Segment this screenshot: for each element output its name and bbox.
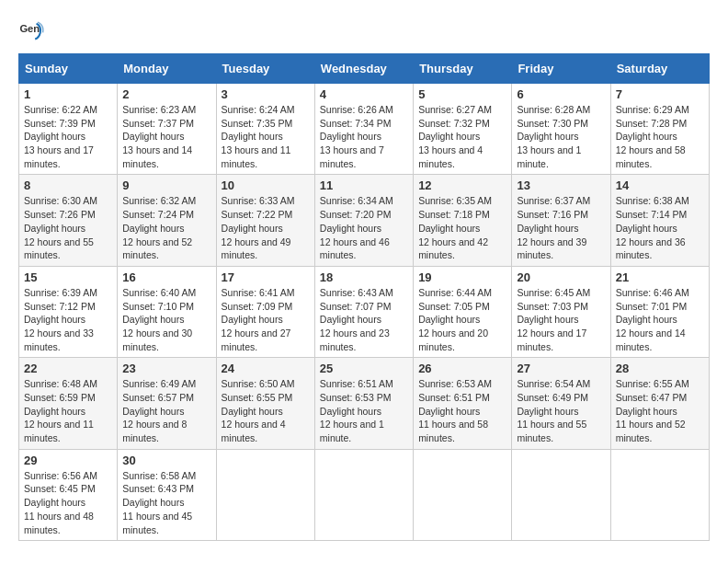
calendar-cell: 20 Sunrise: 6:45 AM Sunset: 7:03 PM Dayl… — [512, 266, 610, 357]
calendar-cell: 3 Sunrise: 6:24 AM Sunset: 7:35 PM Dayli… — [216, 84, 314, 175]
calendar-cell: 11 Sunrise: 6:34 AM Sunset: 7:20 PM Dayl… — [314, 175, 413, 266]
calendar-cell: 28 Sunrise: 6:55 AM Sunset: 6:47 PM Dayl… — [610, 358, 709, 449]
column-header-tuesday: Tuesday — [216, 54, 314, 84]
calendar-cell: 4 Sunrise: 6:26 AM Sunset: 7:34 PM Dayli… — [314, 84, 413, 175]
logo: Gen — [18, 18, 48, 44]
calendar-week-3: 15 Sunrise: 6:39 AM Sunset: 7:12 PM Dayl… — [19, 266, 710, 357]
day-number: 28 — [616, 362, 704, 375]
day-number: 25 — [320, 362, 408, 375]
day-info: Sunrise: 6:33 AM Sunset: 7:22 PM Dayligh… — [222, 194, 310, 261]
day-info: Sunrise: 6:22 AM Sunset: 7:39 PM Dayligh… — [24, 103, 112, 170]
day-info: Sunrise: 6:30 AM Sunset: 7:26 PM Dayligh… — [24, 194, 112, 261]
day-number: 16 — [122, 270, 210, 284]
day-info: Sunrise: 6:46 AM Sunset: 7:01 PM Dayligh… — [616, 286, 704, 353]
calendar-cell: 27 Sunrise: 6:54 AM Sunset: 6:49 PM Dayl… — [512, 358, 610, 449]
day-info: Sunrise: 6:54 AM Sunset: 6:49 PM Dayligh… — [517, 377, 605, 444]
day-info: Sunrise: 6:50 AM Sunset: 6:55 PM Dayligh… — [222, 377, 310, 444]
day-number: 20 — [517, 270, 605, 284]
day-number: 15 — [24, 270, 112, 284]
day-info: Sunrise: 6:43 AM Sunset: 7:07 PM Dayligh… — [320, 286, 408, 353]
day-number: 8 — [24, 178, 112, 192]
day-info: Sunrise: 6:24 AM Sunset: 7:35 PM Dayligh… — [222, 103, 310, 170]
day-number: 11 — [320, 178, 408, 192]
day-info: Sunrise: 6:35 AM Sunset: 7:18 PM Dayligh… — [418, 194, 506, 261]
day-info: Sunrise: 6:44 AM Sunset: 7:05 PM Dayligh… — [418, 286, 506, 353]
calendar-cell: 25 Sunrise: 6:51 AM Sunset: 6:53 PM Dayl… — [314, 358, 413, 449]
logo-icon: Gen — [18, 18, 44, 44]
day-info: Sunrise: 6:40 AM Sunset: 7:10 PM Dayligh… — [122, 286, 210, 353]
calendar-cell: 16 Sunrise: 6:40 AM Sunset: 7:10 PM Dayl… — [118, 266, 216, 357]
calendar-cell: 8 Sunrise: 6:30 AM Sunset: 7:26 PM Dayli… — [19, 175, 118, 266]
column-header-wednesday: Wednesday — [314, 54, 413, 84]
column-header-saturday: Saturday — [610, 54, 709, 84]
calendar-cell: 21 Sunrise: 6:46 AM Sunset: 7:01 PM Dayl… — [610, 266, 709, 357]
day-number: 3 — [222, 87, 310, 101]
calendar-week-5: 29 Sunrise: 6:56 AM Sunset: 6:45 PM Dayl… — [19, 449, 710, 540]
day-info: Sunrise: 6:51 AM Sunset: 6:53 PM Dayligh… — [320, 377, 408, 444]
day-info: Sunrise: 6:48 AM Sunset: 6:59 PM Dayligh… — [24, 377, 112, 444]
column-header-monday: Monday — [118, 54, 216, 84]
calendar-week-1: 1 Sunrise: 6:22 AM Sunset: 7:39 PM Dayli… — [19, 84, 710, 175]
calendar-cell: 29 Sunrise: 6:56 AM Sunset: 6:45 PM Dayl… — [19, 449, 118, 540]
calendar-cell: 12 Sunrise: 6:35 AM Sunset: 7:18 PM Dayl… — [414, 175, 512, 266]
calendar-cell: 10 Sunrise: 6:33 AM Sunset: 7:22 PM Dayl… — [216, 175, 314, 266]
day-number: 22 — [24, 362, 112, 375]
day-number: 7 — [616, 87, 704, 101]
calendar-cell: 19 Sunrise: 6:44 AM Sunset: 7:05 PM Dayl… — [414, 266, 512, 357]
day-number: 5 — [418, 87, 506, 101]
day-number: 13 — [517, 178, 605, 192]
day-number: 24 — [222, 362, 310, 375]
day-info: Sunrise: 6:58 AM Sunset: 6:43 PM Dayligh… — [122, 469, 210, 536]
day-number: 18 — [320, 270, 408, 284]
day-number: 26 — [418, 362, 506, 375]
calendar-cell: 17 Sunrise: 6:41 AM Sunset: 7:09 PM Dayl… — [216, 266, 314, 357]
day-info: Sunrise: 6:49 AM Sunset: 6:57 PM Dayligh… — [122, 377, 210, 444]
day-number: 23 — [122, 362, 210, 375]
calendar-cell: 26 Sunrise: 6:53 AM Sunset: 6:51 PM Dayl… — [414, 358, 512, 449]
day-info: Sunrise: 6:41 AM Sunset: 7:09 PM Dayligh… — [222, 286, 310, 353]
calendar-cell: 23 Sunrise: 6:49 AM Sunset: 6:57 PM Dayl… — [118, 358, 216, 449]
day-number: 12 — [418, 178, 506, 192]
day-number: 30 — [122, 454, 210, 467]
day-number: 17 — [222, 270, 310, 284]
day-number: 14 — [616, 178, 704, 192]
page-header: Gen — [18, 18, 710, 44]
calendar-cell — [314, 449, 413, 540]
day-number: 2 — [122, 87, 210, 101]
day-info: Sunrise: 6:34 AM Sunset: 7:20 PM Dayligh… — [320, 194, 408, 261]
day-info: Sunrise: 6:32 AM Sunset: 7:24 PM Dayligh… — [122, 194, 210, 261]
calendar-cell — [414, 449, 512, 540]
calendar-week-4: 22 Sunrise: 6:48 AM Sunset: 6:59 PM Dayl… — [19, 358, 710, 449]
day-info: Sunrise: 6:28 AM Sunset: 7:30 PM Dayligh… — [517, 103, 605, 170]
calendar-week-2: 8 Sunrise: 6:30 AM Sunset: 7:26 PM Dayli… — [19, 175, 710, 266]
calendar-cell: 24 Sunrise: 6:50 AM Sunset: 6:55 PM Dayl… — [216, 358, 314, 449]
column-header-friday: Friday — [512, 54, 610, 84]
day-number: 29 — [24, 454, 112, 467]
day-info: Sunrise: 6:23 AM Sunset: 7:37 PM Dayligh… — [122, 103, 210, 170]
calendar-cell: 15 Sunrise: 6:39 AM Sunset: 7:12 PM Dayl… — [19, 266, 118, 357]
day-info: Sunrise: 6:27 AM Sunset: 7:32 PM Dayligh… — [418, 103, 506, 170]
day-number: 19 — [418, 270, 506, 284]
calendar-cell: 2 Sunrise: 6:23 AM Sunset: 7:37 PM Dayli… — [118, 84, 216, 175]
day-info: Sunrise: 6:29 AM Sunset: 7:28 PM Dayligh… — [616, 103, 704, 170]
calendar-cell — [512, 449, 610, 540]
calendar-cell: 7 Sunrise: 6:29 AM Sunset: 7:28 PM Dayli… — [610, 84, 709, 175]
calendar-cell: 9 Sunrise: 6:32 AM Sunset: 7:24 PM Dayli… — [118, 175, 216, 266]
day-number: 6 — [517, 87, 605, 101]
calendar-cell — [216, 449, 314, 540]
calendar-cell: 1 Sunrise: 6:22 AM Sunset: 7:39 PM Dayli… — [19, 84, 118, 175]
day-info: Sunrise: 6:39 AM Sunset: 7:12 PM Dayligh… — [24, 286, 112, 353]
day-info: Sunrise: 6:38 AM Sunset: 7:14 PM Dayligh… — [616, 194, 704, 261]
calendar-cell: 6 Sunrise: 6:28 AM Sunset: 7:30 PM Dayli… — [512, 84, 610, 175]
calendar-cell: 14 Sunrise: 6:38 AM Sunset: 7:14 PM Dayl… — [610, 175, 709, 266]
calendar-cell: 22 Sunrise: 6:48 AM Sunset: 6:59 PM Dayl… — [19, 358, 118, 449]
day-info: Sunrise: 6:45 AM Sunset: 7:03 PM Dayligh… — [517, 286, 605, 353]
calendar-cell: 30 Sunrise: 6:58 AM Sunset: 6:43 PM Dayl… — [118, 449, 216, 540]
day-info: Sunrise: 6:53 AM Sunset: 6:51 PM Dayligh… — [418, 377, 506, 444]
day-info: Sunrise: 6:55 AM Sunset: 6:47 PM Dayligh… — [616, 377, 704, 444]
calendar-table: SundayMondayTuesdayWednesdayThursdayFrid… — [18, 53, 710, 541]
calendar-cell: 13 Sunrise: 6:37 AM Sunset: 7:16 PM Dayl… — [512, 175, 610, 266]
day-number: 9 — [122, 178, 210, 192]
day-number: 1 — [24, 87, 112, 101]
calendar-header-row: SundayMondayTuesdayWednesdayThursdayFrid… — [19, 54, 710, 84]
